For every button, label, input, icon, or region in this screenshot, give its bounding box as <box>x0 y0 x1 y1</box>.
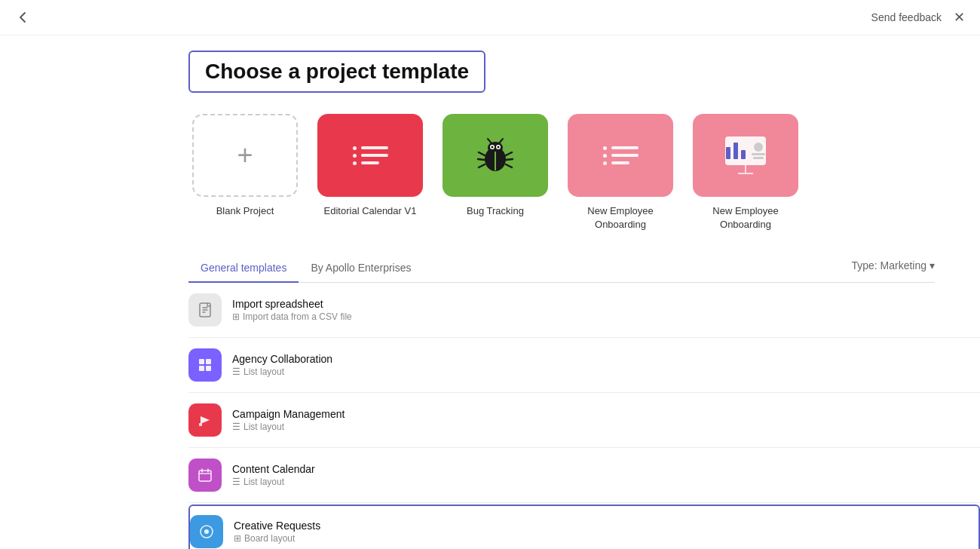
list-item-agency-collaboration[interactable]: Agency Collaboration ☰ List layout <box>188 338 980 393</box>
editorial-v1-label: Editorial Calendar V1 <box>324 204 417 218</box>
campaign-management-icon <box>188 403 222 437</box>
svg-rect-17 <box>206 359 211 364</box>
template-new-employee-2[interactable]: New EmployeeOnboarding <box>689 114 802 232</box>
svg-line-8 <box>479 152 485 155</box>
campaign-management-sub: ☰ List layout <box>232 422 345 432</box>
list-layout-icon-2: ☰ <box>232 422 240 432</box>
agency-collaboration-sub: ☰ List layout <box>232 367 332 377</box>
agency-collaboration-icon <box>188 348 222 382</box>
tab-apollo-enterprises[interactable]: By Apollo Enterprises <box>299 256 423 283</box>
creative-requests-sub: ⊞ Board layout <box>234 533 320 544</box>
content-calendar-icon <box>188 459 222 492</box>
template-bug-tracking[interactable]: Bug Tracking <box>439 114 552 218</box>
import-spreadsheet-name: Import spreadsheet <box>232 298 352 310</box>
campaign-management-name: Campaign Management <box>232 408 345 420</box>
board-layout-icon: ⊞ <box>234 533 241 544</box>
campaign-management-text: Campaign Management ☰ List layout <box>232 408 345 432</box>
presentation-icon <box>725 136 766 174</box>
svg-line-10 <box>479 164 485 167</box>
list-item-campaign-management[interactable]: Campaign Management ☰ List layout <box>188 393 980 448</box>
svg-rect-16 <box>199 359 204 364</box>
svg-rect-21 <box>199 471 211 481</box>
template-blank[interactable]: + Blank Project <box>188 114 302 218</box>
bug-tracking-icon <box>443 114 548 197</box>
svg-line-13 <box>506 164 512 167</box>
content-calendar-sub: ☰ List layout <box>232 477 315 487</box>
content-calendar-text: Content Calendar ☰ List layout <box>232 463 315 487</box>
type-filter[interactable]: Type: Marketing ▾ <box>851 259 935 279</box>
back-button[interactable] <box>15 10 30 25</box>
tabs-bar: General templates By Apollo Enterprises … <box>188 256 935 283</box>
template-blank-label: Blank Project <box>216 204 274 218</box>
template-new-employee-1[interactable]: New EmployeeOnboarding <box>564 114 677 232</box>
import-spreadsheet-text: Import spreadsheet ⊞ Import data from a … <box>232 298 352 322</box>
page-title: Choose a project template <box>205 60 469 84</box>
svg-rect-20 <box>199 423 202 426</box>
svg-point-26 <box>204 529 209 534</box>
list-item-import-spreadsheet[interactable]: Import spreadsheet ⊞ Import data from a … <box>188 283 980 338</box>
svg-rect-19 <box>206 366 211 371</box>
creative-requests-icon <box>190 515 223 548</box>
new-employee-1-label: New EmployeeOnboarding <box>587 204 653 232</box>
svg-rect-18 <box>199 366 204 371</box>
svg-line-6 <box>488 139 492 143</box>
creative-requests-name: Creative Requests <box>234 520 320 532</box>
svg-line-11 <box>506 152 512 155</box>
svg-point-5 <box>498 146 500 149</box>
template-editorial-v1[interactable]: Editorial Calendar V1 <box>314 114 427 218</box>
page-title-box: Choose a project template <box>188 51 485 93</box>
new-employee-1-icon <box>568 114 673 197</box>
tab-general-templates[interactable]: General templates <box>188 256 299 283</box>
editorial-v1-icon <box>317 114 423 197</box>
svg-line-12 <box>506 159 513 160</box>
top-right-actions: Send feedback ✕ <box>871 9 965 26</box>
list-item-creative-requests[interactable]: 1 Creative Requests ⊞ Board layout <box>188 505 980 549</box>
creative-requests-text: Creative Requests ⊞ Board layout <box>234 520 320 544</box>
list-icon-2 <box>603 146 639 165</box>
new-employee-2-label: New EmployeeOnboarding <box>712 204 778 232</box>
main-content: Choose a project template + Blank Projec… <box>0 35 980 549</box>
list-layout-icon: ☰ <box>232 367 240 377</box>
close-button[interactable]: ✕ <box>954 9 965 26</box>
new-employee-2-icon <box>693 114 798 197</box>
blank-icon: + <box>192 114 298 197</box>
chevron-down-icon: ▾ <box>929 259 935 271</box>
svg-point-4 <box>492 146 494 149</box>
featured-templates-row: + Blank Project Editorial Calendar V1 <box>188 114 980 232</box>
send-feedback-button[interactable]: Send feedback <box>871 11 942 23</box>
content-calendar-name: Content Calendar <box>232 463 315 475</box>
import-spreadsheet-sub: ⊞ Import data from a CSV file <box>232 311 352 322</box>
svg-line-7 <box>499 139 503 143</box>
tabs-section: General templates By Apollo Enterprises … <box>188 256 980 549</box>
bug-tracking-label: Bug Tracking <box>467 204 524 218</box>
list-item-content-calendar[interactable]: Content Calendar ☰ List layout <box>188 448 980 503</box>
import-spreadsheet-icon <box>188 293 222 327</box>
agency-collaboration-name: Agency Collaboration <box>232 353 332 365</box>
top-bar: Send feedback ✕ <box>0 0 980 35</box>
type-filter-label: Type: Marketing <box>851 259 926 271</box>
list-icon <box>353 146 388 165</box>
list-layout-icon-3: ☰ <box>232 477 240 487</box>
table-icon: ⊞ <box>232 311 240 322</box>
svg-line-9 <box>478 159 485 160</box>
agency-collaboration-text: Agency Collaboration ☰ List layout <box>232 353 332 377</box>
template-list: Import spreadsheet ⊞ Import data from a … <box>188 283 980 549</box>
